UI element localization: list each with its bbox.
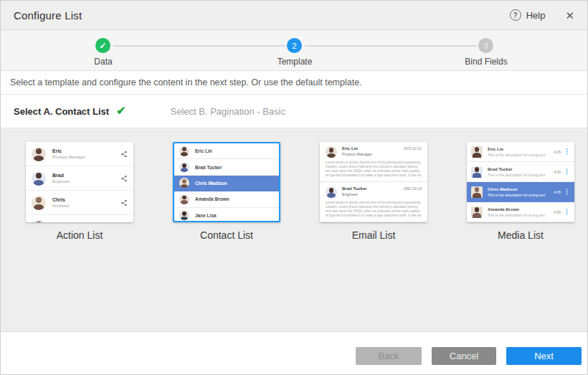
list-item: Amanda Brown	[174, 191, 279, 207]
help-icon: ?	[510, 9, 521, 21]
item-role: Engineer	[342, 192, 367, 196]
template-gallery: Eric Product Manager Brad Engineer	[1, 128, 587, 332]
item-role: Product Manager	[52, 155, 85, 159]
avatar	[179, 146, 189, 156]
list-item: Chris Architect	[26, 191, 133, 215]
item-name: Eric Lin	[342, 146, 372, 151]
select-a-contact-list[interactable]: Select A. Contact List	[14, 106, 109, 117]
close-icon[interactable]: ✕	[565, 10, 574, 21]
item-time: 4:05	[554, 170, 561, 174]
list-item: Amanda	[26, 215, 133, 222]
item-description: This is the description for a long text	[488, 213, 545, 217]
item-role: Product Manager	[342, 152, 372, 156]
back-button[interactable]: Back	[356, 347, 422, 365]
action-list-card[interactable]: Eric Product Manager Brad Engineer	[26, 142, 133, 222]
item-role: Architect	[52, 204, 69, 208]
stepper-connector	[305, 45, 477, 47]
item-name: Chris Madison	[488, 187, 545, 191]
list-item: Eric Lin	[174, 143, 279, 159]
avatar	[179, 178, 189, 188]
item-name: Amanda Brown	[488, 207, 545, 212]
configure-list-dialog: Configure List ? Help ✕ ✓ 2 3 Data Templ…	[0, 0, 588, 375]
kebab-menu-icon: ⋮	[564, 148, 570, 155]
avatar	[32, 147, 46, 161]
avatar	[179, 194, 189, 204]
kebab-menu-icon: ⋮	[564, 189, 570, 195]
template-email-list: Eric Lin Product Manager 1973-10-21 Lore…	[320, 142, 427, 331]
next-button[interactable]: Next	[506, 347, 582, 365]
card-label-media-list: Media List	[467, 229, 574, 241]
step-template-label: Template	[278, 57, 313, 67]
item-name: Amanda Brown	[195, 196, 229, 201]
item-time: 4:05	[554, 190, 561, 194]
item-name: Chris Madison	[195, 181, 227, 186]
instruction-text: Select a template and configure the cont…	[10, 77, 362, 87]
step-template-circle[interactable]: 2	[287, 38, 302, 53]
item-body: Lorem Ipsum is simply dummy text of the …	[326, 201, 422, 218]
avatar	[32, 220, 46, 223]
card-label-contact-list: Contact List	[173, 229, 280, 241]
avatar	[32, 171, 46, 186]
step-bind-fields-circle[interactable]: 3	[478, 38, 493, 53]
item-date: 1991-03-19	[403, 186, 422, 198]
avatar	[471, 186, 483, 198]
avatar	[32, 196, 46, 210]
avatar	[471, 207, 483, 218]
item-description: This is the description for a long text	[488, 173, 545, 177]
item-name: Jane Lisa	[195, 213, 217, 218]
card-label-email-list: Email List	[320, 229, 427, 241]
dialog-footer: Back Cancel Next	[1, 332, 587, 375]
share-icon	[120, 175, 128, 182]
avatar	[179, 210, 189, 220]
kebab-menu-icon: ⋮	[564, 209, 570, 215]
item-name: Brad	[52, 173, 70, 178]
dialog-header: Configure List ? Help ✕	[1, 1, 587, 30]
item-description: This is the description for a long text	[488, 153, 545, 157]
list-item: Jane Lisa	[174, 208, 279, 222]
avatar	[326, 146, 337, 158]
step-data-label: Data	[94, 57, 112, 67]
email-list-card[interactable]: Eric Lin Product Manager 1973-10-21 Lore…	[320, 142, 427, 222]
share-icon	[120, 199, 128, 207]
list-item-selected: Chris Madison	[174, 176, 279, 191]
stepper-connector	[113, 45, 285, 47]
instruction-bar: Select a template and configure the cont…	[1, 71, 587, 95]
step-bind-fields-label: Bind Fields	[465, 57, 507, 67]
share-icon	[120, 151, 128, 158]
avatar	[326, 186, 337, 198]
selection-bar: Select A. Contact List ✔ Select B. Pagin…	[1, 95, 587, 128]
template-contact-list: Eric Lin Brad Tucker Chris Madison Amand…	[173, 142, 280, 331]
media-list-card[interactable]: Eric Lin This is the description for a l…	[467, 142, 574, 222]
item-time: 4:05	[554, 210, 561, 214]
item-description: This is the description for a long text	[488, 193, 545, 197]
cancel-button[interactable]: Cancel	[432, 347, 496, 365]
help-label: Help	[526, 10, 546, 21]
list-item: Brad Tucker	[174, 159, 279, 175]
list-item-selected: Chris Madison This is the description fo…	[467, 182, 574, 202]
list-item: Eric Lin This is the description for a l…	[467, 142, 574, 162]
step-data-circle[interactable]: ✓	[95, 38, 110, 53]
item-name: Brad Tucker	[342, 186, 367, 191]
list-item: Eric Product Manager	[26, 142, 133, 166]
avatar	[179, 162, 189, 172]
check-icon: ✔	[116, 105, 125, 117]
select-b-pagination-basic[interactable]: Select B. Pagination - Basic	[171, 106, 285, 117]
list-item: Brad Tucker Engineer 1991-03-19 Lorem Ip…	[320, 182, 427, 222]
item-body: Lorem Ipsum is simply dummy text of the …	[326, 161, 422, 178]
item-date: 1973-10-21	[403, 146, 422, 158]
help-button[interactable]: ? Help	[510, 9, 546, 21]
template-action-list: Eric Product Manager Brad Engineer	[26, 142, 133, 331]
list-item: Eric Lin Product Manager 1973-10-21 Lore…	[320, 142, 427, 182]
item-name: Brad Tucker	[488, 167, 545, 171]
item-name: Chris	[52, 197, 69, 202]
item-name: Brad Tucker	[195, 165, 222, 170]
item-name: Eric Lin	[195, 148, 212, 153]
item-time: 4:05	[554, 150, 561, 154]
list-item: Amanda Brown This is the description for…	[467, 202, 574, 222]
item-name: Eric Lin	[488, 147, 545, 151]
contact-list-card[interactable]: Eric Lin Brad Tucker Chris Madison Amand…	[173, 142, 280, 222]
card-label-action-list: Action List	[26, 229, 133, 241]
item-role: Engineer	[52, 179, 70, 184]
kebab-menu-icon: ⋮	[564, 168, 570, 175]
avatar	[471, 166, 483, 178]
